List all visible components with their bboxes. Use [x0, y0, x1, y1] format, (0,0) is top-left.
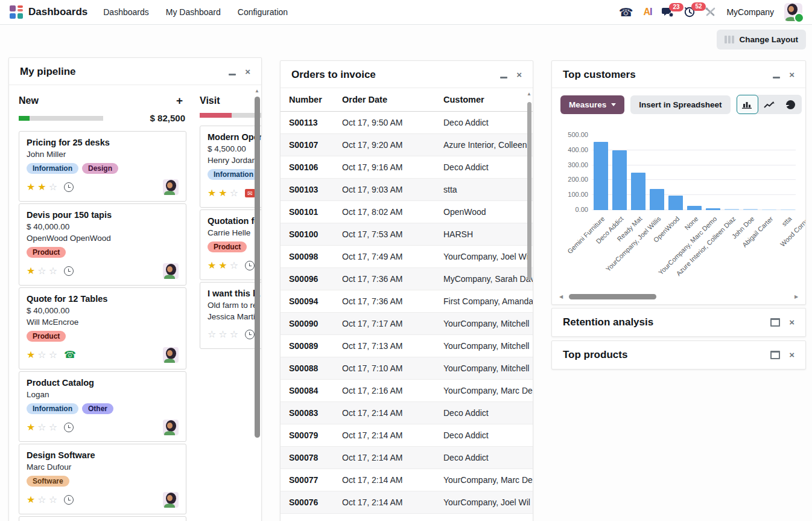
star-empty-icon[interactable]: ☆: [218, 330, 227, 339]
activity-clock-icon[interactable]: [64, 495, 74, 505]
star-filled-icon[interactable]: ★: [208, 188, 216, 198]
table-row[interactable]: S00103Oct 17, 9:03 AMstta: [281, 179, 533, 201]
pie-chart-button[interactable]: [780, 95, 802, 114]
star-empty-icon[interactable]: ☆: [49, 350, 57, 360]
chart-bar[interactable]: [762, 209, 776, 210]
chart-bar[interactable]: [594, 142, 608, 210]
star-filled-icon[interactable]: ★: [27, 495, 35, 505]
maximize-icon[interactable]: [770, 351, 780, 359]
scroll-up-icon[interactable]: ▲: [527, 91, 531, 97]
close-icon[interactable]: ×: [245, 68, 250, 75]
table-row[interactable]: S00077Oct 17, 2:14 AMYourCompany, Marc D…: [281, 469, 533, 491]
kanban-card[interactable]: Pricing for 25 desksJohn MillerInformati…: [19, 131, 186, 202]
chart-bar[interactable]: [687, 206, 702, 210]
bar-chart-button[interactable]: [737, 95, 758, 114]
minimize-icon[interactable]: [773, 77, 780, 78]
table-row[interactable]: S00088Oct 17, 7:10 AMYourCompany, Mitche…: [281, 357, 533, 380]
table-row[interactable]: S00078Oct 17, 2:14 AMDeco Addict: [281, 447, 533, 469]
app-grid-icon[interactable]: [10, 5, 23, 19]
table-row[interactable]: S00083Oct 17, 2:14 AMDeco Addict: [281, 402, 533, 424]
ai-icon[interactable]: AI: [643, 7, 652, 18]
change-layout-button[interactable]: Change Layout: [717, 30, 806, 50]
close-icon[interactable]: ×: [789, 351, 795, 359]
chart-bar[interactable]: [781, 209, 795, 210]
column-progressbar[interactable]: [200, 113, 261, 118]
phone-activity-icon[interactable]: ☎: [64, 351, 76, 359]
table-row[interactable]: S00089Oct 17, 7:13 AMYourCompany, Mitche…: [281, 335, 533, 357]
close-icon[interactable]: ×: [789, 319, 795, 326]
column-header-number[interactable]: Number: [281, 88, 334, 112]
measures-button[interactable]: Measures: [560, 95, 624, 114]
minimize-icon[interactable]: [500, 77, 507, 78]
messages-icon[interactable]: 23: [662, 7, 674, 18]
activity-clock-icon[interactable]: [245, 330, 255, 339]
star-filled-icon[interactable]: ★: [208, 261, 216, 270]
chart-bar[interactable]: [743, 209, 758, 210]
star-empty-icon[interactable]: ☆: [230, 330, 238, 339]
column-header-customer[interactable]: Customer: [435, 88, 533, 112]
column-header-order-date[interactable]: Order Date: [334, 88, 435, 112]
minimize-icon[interactable]: [229, 74, 236, 75]
kanban-card[interactable]: I want this laOld farm to reJessica Mart…: [200, 282, 261, 349]
scroll-left-icon[interactable]: ◀: [558, 294, 564, 299]
star-empty-icon[interactable]: ☆: [208, 330, 216, 339]
kanban-card[interactable]: Devis pour 150 tapis$ 40,000.00OpenWood …: [19, 203, 186, 286]
star-filled-icon[interactable]: ★: [27, 350, 35, 360]
add-record-icon[interactable]: +: [176, 94, 186, 107]
chart-bar[interactable]: [650, 189, 664, 210]
activity-clock-icon[interactable]: [64, 266, 74, 276]
menu-my-dashboard[interactable]: My Dashboard: [166, 7, 221, 17]
user-avatar[interactable]: [784, 3, 802, 21]
star-filled-icon[interactable]: ★: [27, 266, 35, 276]
star-filled-icon[interactable]: ★: [218, 261, 227, 270]
table-row[interactable]: S00094Oct 17, 7:36 AMFirst Company, Aman…: [281, 290, 533, 313]
star-empty-icon[interactable]: ☆: [37, 266, 46, 276]
kanban-card[interactable]: Product CatalogLoganInformationOther★☆☆: [19, 371, 186, 442]
table-row[interactable]: S00106Oct 17, 9:16 AMDeco Addict: [281, 156, 533, 179]
chart-bar[interactable]: [612, 150, 627, 210]
table-row[interactable]: S00100Oct 17, 7:53 AMHARSH: [281, 223, 533, 246]
orders-scrollbar[interactable]: ▲: [527, 91, 531, 521]
star-empty-icon[interactable]: ☆: [37, 423, 46, 432]
chart-bar[interactable]: [668, 196, 683, 210]
star-empty-icon[interactable]: ☆: [230, 261, 238, 270]
table-row[interactable]: S00076Oct 17, 2:14 AMYourCompany, Joel W…: [281, 491, 533, 514]
kanban-card[interactable]: Quote for 12 Tables$ 40,000.00Will McEnc…: [19, 287, 186, 369]
scrollbar-thumb[interactable]: [527, 102, 531, 280]
star-empty-icon[interactable]: ☆: [37, 350, 46, 360]
company-switcher[interactable]: MyCompany: [726, 7, 774, 17]
star-filled-icon[interactable]: ★: [27, 423, 35, 432]
line-chart-button[interactable]: [758, 95, 780, 114]
kanban-card[interactable]: Quotation foCarrie HelleProduct★★☆: [200, 209, 261, 280]
star-empty-icon[interactable]: ☆: [49, 423, 57, 432]
star-empty-icon[interactable]: ☆: [49, 495, 57, 505]
scrollbar-thumb[interactable]: [255, 97, 260, 438]
activity-clock-icon[interactable]: [64, 423, 74, 432]
star-empty-icon[interactable]: ☆: [49, 266, 57, 276]
table-row[interactable]: S00084Oct 17, 2:16 AMYourCompany, Marc D…: [281, 380, 533, 402]
menu-dashboards[interactable]: Dashboards: [103, 7, 149, 17]
kanban-card[interactable]: Club Office FurnituresJacques DunaganTra…: [19, 516, 186, 521]
column-progressbar[interactable]: [19, 116, 103, 121]
star-filled-icon[interactable]: ★: [27, 182, 35, 192]
table-row[interactable]: S00079Oct 17, 2:14 AMDeco Addict: [281, 424, 533, 447]
close-icon[interactable]: ×: [516, 71, 522, 78]
star-filled-icon[interactable]: ★: [218, 188, 227, 198]
star-empty-icon[interactable]: ☆: [49, 182, 57, 192]
chart-bar[interactable]: [631, 173, 645, 210]
scrollbar-thumb[interactable]: [569, 294, 656, 299]
kanban-card[interactable]: Design SoftwareMarc DufourSoftware★☆☆: [19, 444, 186, 514]
tools-icon[interactable]: [705, 7, 716, 17]
scroll-up-icon[interactable]: ▲: [255, 88, 259, 94]
activity-clock-icon[interactable]: [245, 261, 255, 270]
chart-bar[interactable]: [725, 209, 739, 210]
star-empty-icon[interactable]: ☆: [230, 188, 238, 198]
kanban-card[interactable]: Modern Open Sp$ 4,500.00Henry JordanInfo…: [200, 126, 261, 208]
maximize-icon[interactable]: [770, 318, 780, 327]
chart-horizontal-scrollbar[interactable]: ◀ ▶: [558, 293, 799, 301]
insert-in-spreadsheet-button[interactable]: Insert in Spreadsheet: [630, 95, 730, 114]
pipeline-scrollbar[interactable]: ▲: [254, 88, 260, 521]
star-filled-icon[interactable]: ★: [37, 182, 46, 192]
table-row[interactable]: S00090Oct 17, 7:17 AMYourCompany, Mitche…: [281, 313, 533, 335]
activities-icon[interactable]: 52: [684, 7, 695, 18]
